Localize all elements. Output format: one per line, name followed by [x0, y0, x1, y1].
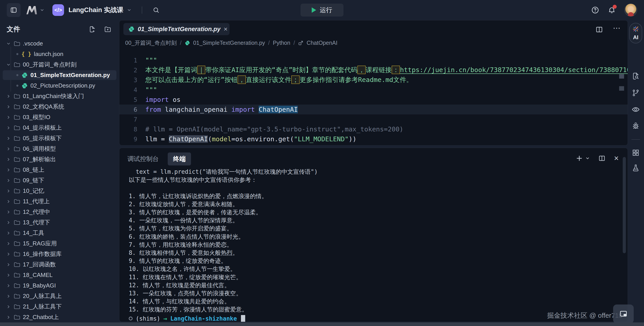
tree-folder-01_LangChain快速入门[interactable]: 01_LangChain快速入门: [0, 91, 119, 102]
tree-folder-13_代理下[interactable]: 13_代理下: [0, 217, 119, 228]
line-number: 8: [119, 126, 145, 133]
tree-folder-17_回调函数[interactable]: 17_回调函数: [0, 259, 119, 270]
tree-folder-14_工具[interactable]: 14_工具: [0, 228, 119, 238]
ai-assistant-button[interactable]: AI: [629, 23, 642, 44]
terminal-output[interactable]: text = llm.predict("请给我写一句情人节红玫瑰的中文宣传语")…: [129, 168, 612, 322]
new-file-icon[interactable]: [89, 26, 96, 33]
code-line-8[interactable]: 8# llm = OpenAI(model_name="gpt-3.5-turb…: [119, 124, 628, 134]
extensions-icon[interactable]: [632, 149, 640, 157]
line-number: 2: [119, 67, 145, 74]
prompt-arrow-icon: →: [164, 315, 167, 322]
workspace-switcher[interactable]: [26, 5, 44, 15]
new-folder-icon[interactable]: [104, 26, 112, 33]
tree-folder-09_链下[interactable]: 09_链下: [0, 175, 119, 186]
tree-item-label: 10_记忆: [23, 187, 44, 195]
code-line-7[interactable]: 7: [119, 114, 628, 124]
breadcrumb-language[interactable]: Python: [273, 40, 290, 46]
line-number: 1: [119, 57, 145, 64]
search-in-files-icon[interactable]: [632, 72, 640, 80]
tree-folder-12_代理中[interactable]: 12_代理中: [0, 207, 119, 217]
tab-terminal[interactable]: 终端: [168, 152, 191, 166]
tab-debug-console[interactable]: 调试控制台: [128, 155, 159, 163]
code-line-6[interactable]: 6from langchain_openai import ChatOpenAI: [119, 104, 628, 114]
tree-item-label: 11_代理上: [23, 198, 50, 205]
project-switcher[interactable]: </> LangChain 实战课: [52, 4, 132, 16]
tree-folder-02_文档QA系统[interactable]: 02_文档QA系统: [0, 102, 119, 112]
terminal-prompt[interactable]: (shims)→LangChain-shizhanke: [129, 314, 612, 322]
terminal-line: 9. 情人节的红玫瑰，绽放爱的奇迹。: [129, 257, 612, 265]
split-editor-icon[interactable]: [596, 26, 603, 33]
breadcrumb-symbol[interactable]: ChatOpenAI: [306, 40, 338, 46]
tree-file-launch.json[interactable]: { }launch.json: [0, 49, 119, 59]
tree-folder-10_记忆[interactable]: 10_记忆: [0, 186, 119, 196]
terminal-line: 15. 红玫瑰的芬芳，弥漫情人节的甜蜜爱意。: [129, 306, 612, 314]
avatar[interactable]: [624, 4, 637, 16]
screenshot-tool-button[interactable]: [613, 304, 634, 323]
split-terminal-icon[interactable]: [598, 155, 606, 162]
code-line-9[interactable]: 9llm = ChatOpenAI(model=os.environ.get("…: [119, 134, 628, 144]
tree-item-label: 04_提示模板上: [23, 124, 62, 132]
more-actions-icon[interactable]: ⋯: [613, 26, 622, 33]
folder-icon: [14, 241, 20, 246]
tree-folder-00_开篇词_奇点时刻[interactable]: 00_开篇词_奇点时刻: [0, 59, 119, 70]
chevron-collapsed-icon: [6, 252, 13, 256]
tree-item-label: 17_回调函数: [23, 260, 56, 268]
code-line-5[interactable]: 5import os: [119, 95, 628, 104]
tree-folder-11_代理上[interactable]: 11_代理上: [0, 196, 119, 207]
bottom-scrollbar[interactable]: [0, 322, 644, 326]
code-line-1[interactable]: 1""": [119, 55, 628, 65]
folder-icon: [14, 188, 20, 194]
preview-eye-icon[interactable]: [632, 105, 640, 114]
tree-folder-15_RAG应用[interactable]: 15_RAG应用: [0, 238, 119, 249]
code-line-3[interactable]: 3您可以点击最上方的“运行”按钮，直接运行该文件；更多操作指引请参考Readme…: [119, 75, 628, 85]
tree-folder-03_模型IO[interactable]: 03_模型IO: [0, 112, 119, 122]
tree-folder-19_BabyAGI[interactable]: 19_BabyAGI: [0, 280, 119, 291]
code-line-2[interactable]: 2本文件是【开篇词｜带你亲证AI应用开发的“奇点”时刻】章节的配套代码，课程链接…: [119, 65, 628, 75]
code-line-4[interactable]: 4""": [119, 85, 628, 95]
debug-bug-icon[interactable]: [632, 122, 640, 130]
folder-icon: [14, 41, 20, 46]
tree-folder-21_人脉工具下[interactable]: 21_人脉工具下: [0, 301, 119, 312]
search-icon[interactable]: [152, 6, 160, 14]
tree-folder-04_提示模板上[interactable]: 04_提示模板上: [0, 122, 119, 133]
tree-folder-16_操作数据库[interactable]: 16_操作数据库: [0, 249, 119, 259]
tree-folder-18_CAMEL[interactable]: 18_CAMEL: [0, 270, 119, 280]
tree-folder-22_Chatbot上[interactable]: 22_Chatbot上: [0, 312, 119, 322]
source-control-icon[interactable]: [632, 89, 640, 97]
tree-folder-.vscode[interactable]: .vscode: [0, 38, 119, 49]
tree-folder-06_调用模型[interactable]: 06_调用模型: [0, 144, 119, 154]
chevron-collapsed-icon: [6, 104, 13, 109]
tree-file-02_PictureDescription.py[interactable]: 02_PictureDescription.py: [0, 80, 119, 91]
tree-folder-08_链上[interactable]: 08_链上: [0, 164, 119, 175]
close-tab-icon[interactable]: ×: [224, 25, 228, 33]
folder-icon: [14, 125, 20, 130]
braces-icon: { }: [22, 51, 31, 57]
notification-badge: [613, 5, 617, 9]
tab-label: 01_SimpleTextGeneration.py: [138, 26, 220, 33]
testing-flask-icon[interactable]: [632, 164, 640, 172]
chevron-collapsed-icon: [6, 273, 13, 278]
tree-folder-05_提示模板下[interactable]: 05_提示模板下: [0, 133, 119, 144]
terminal-line: [129, 184, 612, 192]
terminal-scrollbar[interactable]: [623, 157, 626, 253]
toggle-sidebar-button[interactable]: [7, 3, 20, 17]
tree-file-01_SimpleTextGeneration.py[interactable]: 01_SimpleTextGeneration.py: [0, 70, 119, 80]
notifications-button[interactable]: [608, 6, 616, 14]
help-icon[interactable]: [591, 6, 599, 14]
python-file-icon: [22, 72, 28, 78]
breadcrumb-file[interactable]: 01_SimpleTextGeneration.py: [193, 40, 265, 46]
folder-icon: [14, 220, 20, 225]
editor-tab[interactable]: 01_SimpleTextGeneration.py ×: [124, 23, 230, 35]
tree-folder-20_人脉工具上[interactable]: 20_人脉工具上: [0, 291, 119, 301]
code-editor[interactable]: 1"""2本文件是【开篇词｜带你亲证AI应用开发的“奇点”时刻】章节的配套代码，…: [119, 55, 628, 144]
close-panel-icon[interactable]: ×: [614, 156, 619, 161]
folder-icon: [14, 94, 20, 99]
chevron-collapsed-icon: [6, 126, 13, 130]
tree-folder-07_解析输出[interactable]: 07_解析输出: [0, 154, 119, 164]
ai-label: AI: [633, 34, 638, 40]
breadcrumb-folder[interactable]: 00_开篇词_奇点时刻: [125, 39, 177, 46]
tree-item-label: 00_开篇词_奇点时刻: [23, 61, 76, 68]
new-terminal-button[interactable]: [576, 155, 590, 162]
run-label: 运行: [320, 6, 332, 14]
run-button[interactable]: 运行: [300, 4, 344, 16]
